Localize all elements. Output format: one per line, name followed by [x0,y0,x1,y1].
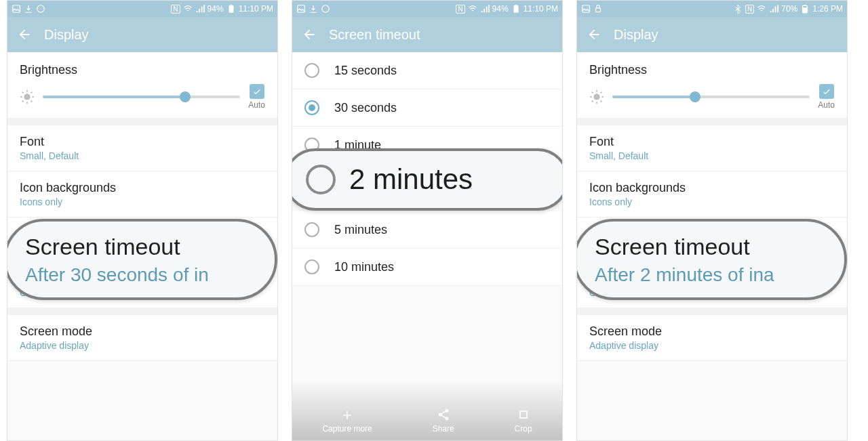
phone-left: N 94% 11:10 PM Display Brightness [7,0,278,441]
page-title: Display [44,27,89,43]
phone-middle: N 94% 11:10 PM Screen timeout 15 seconds… [292,0,563,441]
svg-rect-13 [298,5,305,13]
clock: 11:10 PM [524,4,558,14]
screen-timeout-callout[interactable]: Screen timeout After 30 seconds of in [7,219,277,300]
svg-rect-16 [515,5,517,6]
screenmode-title: Screen mode [589,324,835,339]
battery-icon [226,4,236,14]
callout-sub: After 30 seconds of in [25,264,256,286]
wifi-icon [468,4,477,14]
option-label: 5 minutes [334,223,387,237]
timeout-option-15s[interactable]: 15 seconds [292,52,562,89]
nfc-icon: N [171,5,180,14]
back-icon[interactable] [302,27,317,42]
back-icon[interactable] [587,27,601,42]
brightness-label: Brightness [20,63,265,77]
nfc-icon: N [456,5,465,14]
svg-line-32 [601,101,602,102]
timeout-option-30s[interactable]: 30 seconds [292,89,562,127]
font-item[interactable]: Font Small, Default [577,125,847,171]
svg-rect-15 [513,5,518,12]
svg-rect-22 [596,8,601,12]
radio-icon [306,165,336,194]
option-label: 10 minutes [334,260,394,274]
option-label: 15 seconds [334,64,397,78]
app-icon [36,4,45,14]
screen-mode-item[interactable]: Screen mode Adaptive display [577,315,847,361]
iconbg-sub: Icons only [20,196,265,207]
iconbg-title: Icon backgrounds [20,181,265,195]
brightness-section: Brightness Auto [577,52,847,119]
battery-icon [800,4,810,14]
svg-line-11 [22,101,24,102]
radio-selected-icon [304,100,319,115]
svg-line-34 [601,92,602,93]
svg-rect-0 [13,5,20,13]
svg-rect-21 [583,5,590,13]
status-bar: N 70% 1:26 PM [577,1,847,17]
callout-title: Screen timeout [595,234,750,260]
svg-rect-2 [229,5,233,12]
radio-icon [304,222,319,237]
phone-right: N 70% 1:26 PM Display Brightness [576,0,848,441]
clock: 11:10 PM [239,4,273,14]
share-button[interactable]: Share [433,408,454,434]
screenshot-toolbar: Capture more Share Crop [292,379,562,440]
screenmode-title: Screen mode [20,324,265,339]
battery-icon [511,4,521,14]
auto-brightness-checkbox[interactable] [819,84,834,99]
image-icon [296,4,306,14]
download-icon [309,4,318,14]
battery-pct: 94% [492,4,509,14]
svg-line-12 [31,92,33,93]
page-title: Display [614,27,658,43]
app-bar: Screen timeout [292,17,562,52]
brightness-icon [589,89,604,104]
screenmode-sub: Adaptive display [589,340,835,351]
download-icon [24,4,33,14]
capture-more-button[interactable]: Capture more [322,408,372,434]
timeout-option-5m[interactable]: 5 minutes [292,211,562,249]
wifi-icon [183,4,193,14]
callout-label: 2 minutes [349,163,473,196]
page-title: Screen timeout [329,27,420,43]
font-sub: Small, Default [589,150,835,161]
app-icon [321,4,330,14]
crop-button[interactable]: Crop [515,408,532,434]
brightness-icon [20,89,35,104]
timeout-option-10m[interactable]: 10 minutes [292,249,562,286]
svg-rect-25 [804,5,807,6]
icon-backgrounds-item[interactable]: Icon backgrounds Icons only [577,171,847,217]
icon-backgrounds-item[interactable]: Icon backgrounds Icons only [7,171,277,217]
brightness-slider[interactable] [43,96,240,98]
brightness-slider[interactable] [612,96,810,98]
svg-point-26 [593,93,599,100]
image-icon [12,4,21,14]
status-bar: N 94% 11:10 PM [292,1,562,17]
font-title: Font [20,135,265,149]
svg-rect-3 [230,5,233,6]
back-icon[interactable] [17,27,32,42]
svg-point-1 [37,5,45,13]
iconbg-sub: Icons only [589,196,835,207]
crop-label: Crop [515,424,532,434]
share-label: Share [433,424,454,434]
two-minutes-callout[interactable]: 2 minutes [292,148,563,211]
svg-line-31 [592,92,593,93]
svg-point-14 [322,5,330,13]
signal-icon [769,4,778,14]
status-bar: N 94% 11:10 PM [7,1,277,17]
callout-sub: After 2 minutes of ina [595,264,825,286]
brightness-section: Brightness Auto [7,52,277,119]
auto-brightness-checkbox[interactable] [250,84,264,99]
battery-pct: 94% [208,4,224,14]
option-label: 30 seconds [334,101,397,115]
battery-pct: 70% [781,4,797,14]
app-bar: Display [577,17,847,52]
screen-timeout-callout[interactable]: Screen timeout After 2 minutes of ina [576,219,847,300]
screen-mode-item[interactable]: Screen mode Adaptive display [7,315,277,361]
font-item[interactable]: Font Small, Default [7,125,277,171]
font-title: Font [589,135,835,149]
app-bar: Display [7,17,277,52]
nfc-icon: N [745,5,754,14]
